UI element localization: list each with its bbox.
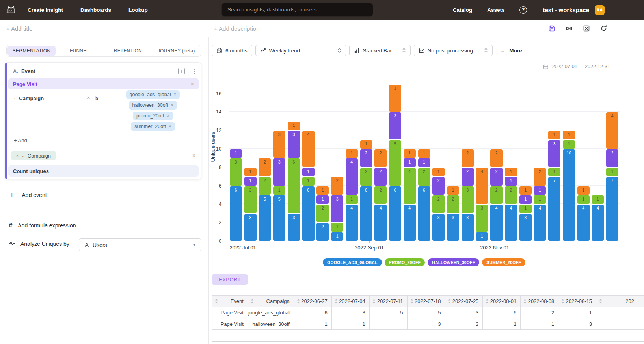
chart-type-select[interactable]: Stacked Bar (349, 45, 411, 56)
bar-segment-summer_20off[interactable]: 1 (244, 168, 257, 176)
bar-segment-halloween_30off[interactable]: 2 (432, 177, 445, 195)
bar-segment-promo_20off[interactable]: 2 (490, 186, 503, 204)
nav-item-catalog[interactable]: Catalog (453, 7, 473, 13)
trend-select[interactable]: Weekly trend (255, 45, 346, 56)
analyze-by-select[interactable]: Users ▼ (79, 238, 201, 251)
bar-segment-summer_20off[interactable]: 2 (259, 158, 271, 176)
bar-segment-google_ads_global[interactable]: 3 (447, 214, 459, 241)
bar-segment-google_ads_global[interactable]: 1 (476, 232, 488, 241)
bar-segment-google_ads_global[interactable]: 4 (505, 205, 517, 241)
sort-icon[interactable] (215, 299, 218, 304)
bar-segment-summer_20off[interactable]: 1 (519, 186, 532, 195)
filter-value-chip[interactable]: google_ads_global× (126, 90, 180, 99)
add-formula-button[interactable]: # Add formula expression (9, 221, 76, 229)
bar-segment-promo_20off[interactable]: 1 (346, 195, 358, 204)
bar-segment-summer_20off[interactable]: 1 (288, 122, 300, 130)
bar-segment-google_ads_global[interactable]: 4 (404, 205, 416, 241)
bar-segment-google_ads_global[interactable]: 4 (346, 205, 358, 241)
chip-remove-icon[interactable]: × (167, 113, 169, 119)
tab-journey-beta-[interactable]: JOURNEY (beta) (152, 46, 200, 56)
bar-segment-promo_20off[interactable]: 3 (230, 158, 242, 185)
sort-icon[interactable] (486, 299, 489, 304)
bar-segment-promo_20off[interactable]: 4 (404, 168, 416, 204)
add-description-button[interactable]: + Add description (214, 25, 260, 32)
remove-filter-icon[interactable]: × (87, 95, 90, 100)
bar-segment-promo_20off[interactable]: 2 (505, 186, 517, 204)
bar-segment-google_ads_global[interactable]: 3 (288, 214, 300, 241)
bar-segment-promo_20off[interactable]: 2 (259, 177, 271, 195)
bar-segment-summer_20off[interactable]: 4 (302, 131, 315, 167)
filter-value-chip[interactable]: promo_20off× (133, 112, 173, 120)
bar-segment-promo_20off[interactable]: 2 (360, 168, 372, 186)
bar-segment-halloween_30off[interactable]: 3 (548, 140, 560, 167)
bar-segment-google_ads_global[interactable]: 4 (490, 205, 503, 241)
filter-operator[interactable]: is (95, 95, 98, 101)
sort-icon[interactable] (297, 299, 300, 304)
bar-segment-summer_20off[interactable]: 2 (331, 177, 343, 195)
bar-segment-google_ads_global[interactable]: 1 (331, 232, 343, 241)
chip-remove-icon[interactable]: × (171, 102, 173, 108)
post-processing-select[interactable]: No post processing (414, 45, 493, 56)
bar-segment-summer_20off[interactable]: 1 (404, 149, 416, 158)
avatar[interactable]: AA (595, 5, 605, 15)
bar-segment-summer_20off[interactable]: 1 (432, 168, 445, 176)
save-icon[interactable] (548, 24, 556, 32)
table-row[interactable]: Page Visitgoogle_ads_global63553621 (212, 307, 644, 318)
add-and-filter-button[interactable]: + And (14, 138, 27, 143)
bar-segment-google_ads_global[interactable]: 6 (230, 186, 242, 241)
filter-value-chip[interactable]: summer_20off× (131, 122, 175, 131)
bar-segment-google_ads_global[interactable]: 10 (563, 149, 575, 241)
bar-segment-summer_20off[interactable]: 1 (346, 149, 358, 158)
bar-segment-promo_20off[interactable]: 1 (519, 205, 532, 213)
bar-segment-halloween_30off[interactable]: 1 (534, 186, 546, 195)
bar-segment-summer_20off[interactable]: 1 (316, 186, 329, 195)
export-button[interactable]: EXPORT (212, 274, 248, 285)
bar-segment-summer_20off[interactable]: 2 (490, 149, 503, 167)
bar-segment-promo_20off[interactable]: 1 (548, 168, 560, 176)
sort-icon[interactable] (523, 299, 527, 304)
bar-segment-halloween_30off[interactable]: 2 (490, 168, 503, 186)
bar-segment-halloween_30off[interactable]: 4 (346, 158, 358, 195)
search-input[interactable] (222, 7, 373, 13)
add-title-button[interactable]: + Add title (6, 25, 32, 32)
bar-segment-summer_20off[interactable]: 4 (476, 168, 488, 204)
bar-segment-halloween_30off[interactable]: 1 (244, 177, 257, 185)
bar-segment-google_ads_global[interactable]: 3 (244, 214, 257, 241)
bar-segment-summer_20off[interactable]: 2 (462, 149, 474, 167)
aggregation-selector[interactable]: Count uniques (8, 165, 199, 177)
cat-logo-icon[interactable] (4, 3, 17, 17)
bar-segment-promo_20off[interactable]: 1 (534, 195, 546, 204)
tab-retention[interactable]: RETENTION (104, 46, 153, 56)
bar-segment-promo_20off[interactable]: 3 (244, 186, 257, 213)
bar-segment-google_ads_global[interactable]: 7 (606, 177, 618, 241)
bar-segment-halloween_30off[interactable]: 2 (462, 168, 474, 186)
workspace-name[interactable]: test - workspace (543, 7, 589, 13)
bar-segment-promo_20off[interactable]: 1 (592, 195, 604, 204)
bar-segment-halloween_30off[interactable]: 1 (316, 195, 329, 204)
sort-icon[interactable] (561, 299, 564, 304)
nav-item-dashboards[interactable]: Dashboards (80, 7, 111, 13)
bar-segment-summer_20off[interactable]: 1 (360, 140, 372, 149)
bar-segment-halloween_30off[interactable]: 1 (505, 177, 517, 185)
bar-segment-halloween_30off[interactable]: 3 (331, 195, 343, 222)
bar-segment-google_ads_global[interactable]: 3 (432, 214, 445, 241)
bar-segment-halloween_30off[interactable]: 3 (288, 131, 300, 158)
sort-icon[interactable] (251, 299, 254, 304)
bar-segment-promo_20off[interactable]: 5 (389, 140, 401, 186)
bar-segment-google_ads_global[interactable]: 7 (548, 177, 560, 241)
bar-segment-google_ads_global[interactable]: 4 (577, 205, 590, 241)
bar-segment-promo_20off[interactable]: 3 (476, 205, 488, 231)
remove-breakdown-icon[interactable]: × (192, 152, 195, 159)
duplicate-event-icon[interactable]: + (178, 68, 185, 74)
nav-item-assets[interactable]: Assets (487, 7, 504, 13)
sort-icon[interactable] (372, 299, 376, 304)
bar-segment-summer_20off[interactable]: 1 (577, 186, 590, 195)
bar-segment-promo_20off[interactable]: 1 (563, 140, 575, 149)
bar-segment-summer_20off[interactable]: 2 (534, 168, 546, 186)
sort-icon[interactable] (448, 299, 451, 304)
link-icon[interactable] (565, 24, 573, 32)
bar-segment-summer_20off[interactable]: 4 (606, 112, 618, 149)
bar-segment-halloween_30off[interactable]: 1 (404, 158, 416, 167)
bar-segment-google_ads_global[interactable]: 2 (316, 223, 329, 241)
nav-item-lookup[interactable]: Lookup (128, 7, 148, 13)
